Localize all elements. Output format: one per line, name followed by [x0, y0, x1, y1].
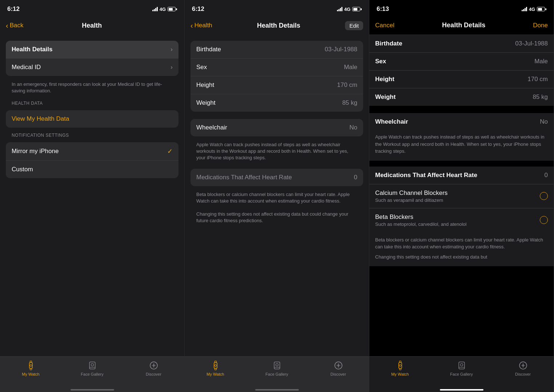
status-bar-2: 6:12 4G [185, 0, 369, 16]
status-time-2: 6:12 [192, 5, 204, 13]
status-icons-2: 4G [337, 7, 362, 12]
svg-marker-26 [521, 363, 526, 368]
svg-rect-2 [30, 368, 32, 370]
tab-discover-label-2: Discover [330, 372, 346, 376]
back-chevron-1: ‹ [6, 21, 8, 30]
nav-title-2: Health Details [257, 22, 300, 29]
tab-face-gallery-3[interactable]: Face Gallery [447, 360, 476, 376]
tab-discover-2[interactable]: Discover [324, 360, 353, 376]
notification-settings-header: NOTIFICATION SETTINGS [0, 131, 184, 139]
tab-my-watch-1[interactable]: My Watch [16, 360, 45, 376]
view-health-data-item[interactable]: View My Health Data [6, 110, 178, 128]
discover-icon-1 [149, 360, 159, 371]
wheelchair-group-2: Wheelchair No [190, 119, 363, 136]
calcium-blocker-row-3[interactable]: Calcium Channel Blockers Such as verapam… [369, 184, 554, 208]
medical-id-item[interactable]: Medical ID › [6, 59, 178, 76]
tab-discover-3[interactable]: Discover [509, 360, 538, 376]
svg-marker-8 [151, 363, 156, 368]
panel-1: 6:12 4G ‹ Back Health Health Details › [0, 0, 185, 392]
birthdate-row-3[interactable]: Birthdate 03-Jul-1988 [369, 35, 554, 53]
medications-desc1-3: Beta blockers or calcium channel blocker… [369, 232, 554, 253]
birthdate-value-3: 03-Jul-1988 [515, 40, 548, 47]
medications-value-3: 0 [545, 172, 548, 179]
tab-face-gallery-2[interactable]: Face Gallery [262, 360, 292, 376]
svg-point-23 [460, 364, 463, 366]
panel-3-content: Birthdate 03-Jul-1988 Sex Male Height 17… [369, 35, 554, 356]
tab-face-gallery-label-3: Face Gallery [450, 372, 473, 376]
svg-rect-13 [274, 362, 280, 369]
beta-blocker-row-3[interactable]: Beta Blockers Such as metoprolol, carved… [369, 208, 554, 232]
status-bar-1: 6:12 4G [0, 0, 184, 16]
custom-item[interactable]: Custom [6, 161, 178, 178]
home-pill-2 [255, 389, 299, 391]
medications-desc2-3: Changing this setting does not affect ex… [369, 253, 554, 267]
height-row-3[interactable]: Height 170 cm [369, 71, 554, 88]
tab-face-gallery-label-1: Face Gallery [81, 372, 103, 376]
beta-blocker-radio[interactable] [540, 216, 548, 224]
svg-point-21 [399, 364, 401, 366]
watch-icon-1 [26, 360, 36, 371]
status-icons-3: 4G [522, 7, 546, 12]
wheelchair-label-2: Wheelchair [196, 124, 227, 131]
sex-value-3: Male [534, 58, 548, 65]
tab-my-watch-2[interactable]: My Watch [201, 360, 230, 376]
main-settings-group: Health Details › Medical ID › [6, 41, 178, 76]
svg-rect-11 [214, 368, 216, 370]
medications-label-3: Medications That Affect Heart Rate [375, 172, 545, 179]
back-label-1: Back [10, 22, 24, 29]
tab-my-watch-3[interactable]: My Watch [386, 360, 415, 376]
home-pill-1 [71, 389, 114, 391]
status-time-1: 6:12 [7, 5, 20, 13]
height-value-3: 170 cm [527, 76, 548, 83]
tab-face-gallery-label-2: Face Gallery [265, 372, 288, 376]
health-details-chevron: › [170, 46, 173, 53]
face-gallery-icon-3 [457, 360, 467, 371]
beta-blocker-sublabel: Such as metoprolol, carvedilol, and aten… [375, 221, 466, 227]
tab-bar-2: My Watch Face Gallery Discover [185, 356, 369, 389]
cancel-button-3[interactable]: Cancel [375, 22, 394, 29]
panel-1-content: Health Details › Medical ID › In an emer… [0, 35, 184, 356]
discover-icon-2 [333, 360, 344, 371]
wheelchair-row-3[interactable]: Wheelchair No [369, 113, 554, 131]
wheelchair-desc-2: Apple Watch can track pushes instead of … [185, 139, 369, 166]
calcium-blocker-radio[interactable] [540, 192, 548, 200]
height-label-3: Height [375, 76, 394, 83]
panel-2: 6:12 4G ‹ Health Health Details Edit Bir… [185, 0, 369, 392]
weight-label-3: Weight [375, 93, 396, 101]
svg-rect-19 [399, 361, 401, 363]
medications-label-2: Medications That Affect Heart Rate [196, 174, 354, 181]
back-button-2[interactable]: ‹ Health [190, 21, 212, 30]
sex-row-3[interactable]: Sex Male [369, 53, 554, 71]
face-gallery-icon-1 [87, 360, 97, 371]
medications-desc1-2: Beta blockers or calcium channel blocker… [185, 189, 369, 209]
weight-label-2: Weight [196, 99, 216, 107]
svg-rect-1 [30, 361, 32, 363]
panel-2-content: Birthdate 03-Jul-1988 Sex Male Height 17… [185, 35, 369, 356]
panel-3: 6:13 4G Cancel Health Details Done Birth… [369, 0, 554, 392]
watch-icon-3 [395, 360, 405, 371]
back-button-1[interactable]: ‹ Back [6, 21, 23, 30]
health-details-item[interactable]: Health Details › [6, 41, 178, 59]
birthdate-value-2: 03-Jul-1988 [325, 46, 357, 53]
home-pill-3 [440, 389, 483, 391]
signal-icon-2 [337, 7, 342, 11]
tab-discover-1[interactable]: Discover [139, 360, 168, 376]
home-indicator-2 [185, 389, 369, 392]
done-button-3[interactable]: Done [533, 22, 548, 29]
edit-button-2[interactable]: Edit [345, 21, 363, 30]
birthdate-label-2: Birthdate [196, 46, 221, 53]
birthdate-label-3: Birthdate [375, 40, 402, 47]
status-bar-3: 6:13 4G [369, 0, 554, 16]
health-details-group-2: Birthdate 03-Jul-1988 Sex Male Height 17… [190, 41, 363, 112]
sex-value-2: Male [344, 64, 357, 71]
health-details-label: Health Details [12, 46, 52, 53]
tab-face-gallery-1[interactable]: Face Gallery [78, 360, 107, 376]
nav-bar-3: Cancel Health Details Done [369, 16, 554, 35]
medications-group-2: Medications That Affect Heart Rate 0 [190, 169, 363, 186]
mirror-iphone-item[interactable]: Mirror my iPhone ✓ [6, 142, 178, 161]
medications-desc2-2: Changing this setting does not affect ex… [185, 209, 369, 228]
weight-row-3[interactable]: Weight 85 kg [369, 88, 554, 106]
wheelchair-value-2: No [349, 124, 357, 131]
discover-icon-3 [518, 360, 528, 371]
height-value-2: 170 cm [337, 81, 357, 89]
